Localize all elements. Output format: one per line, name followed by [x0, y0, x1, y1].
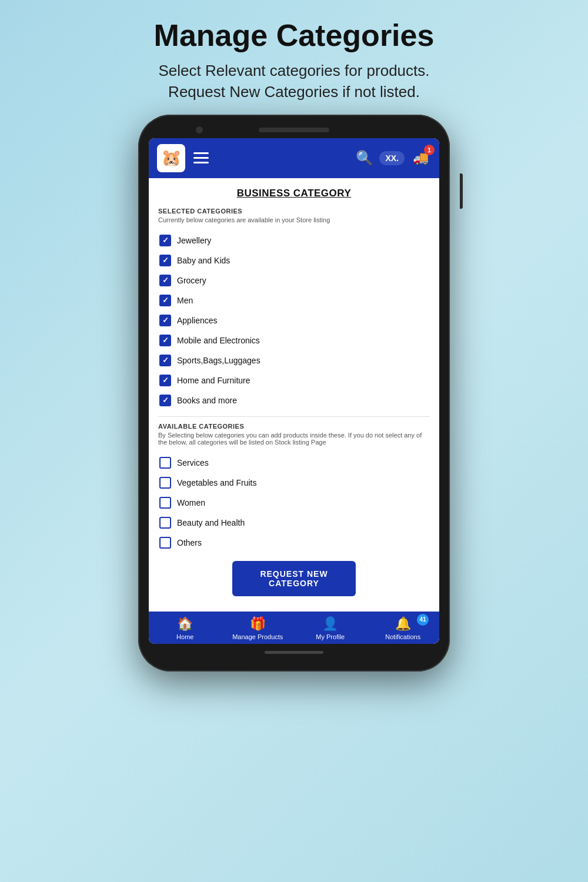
phone-side-button [460, 173, 463, 209]
category-label: Men [177, 296, 193, 305]
hamster-icon: 🐹 [161, 148, 182, 168]
home-icon: 🏠 [177, 616, 193, 632]
phone-screen: 🐹 🔍 XX. 🚚 1 BUSINESS CATEGORY SELECTED C… [149, 138, 439, 644]
checkbox-baby-kids[interactable] [159, 255, 171, 266]
phone-device: 🐹 🔍 XX. 🚚 1 BUSINESS CATEGORY SELECTED C… [138, 115, 450, 671]
checkbox-beauty-health[interactable] [159, 517, 171, 529]
page-subtitle: Select Relevant categories for products.… [154, 60, 435, 103]
category-label: Women [177, 498, 205, 507]
cart-badge: 1 [424, 145, 435, 155]
business-category-title: BUSINESS CATEGORY [158, 188, 430, 199]
nav-item-my-profile[interactable]: 👤 My Profile [294, 612, 367, 644]
checkbox-appliences[interactable] [159, 315, 171, 326]
notifications-icon: 🔔 [395, 616, 411, 632]
available-categories-label: AVAILABLE CATEGORIES [158, 423, 430, 430]
checkbox-books[interactable] [159, 395, 171, 406]
checkbox-services[interactable] [159, 457, 171, 469]
app-logo: 🐹 [157, 144, 185, 172]
category-label: Sports,Bags,Luggages [177, 356, 260, 365]
nav-label-notifications: Notifications [385, 633, 420, 640]
list-item[interactable]: Services [158, 453, 430, 473]
category-label: Jewellery [177, 236, 211, 245]
nav-label-home: Home [176, 633, 193, 640]
category-label: Appliences [177, 316, 218, 325]
list-item[interactable]: Sports,Bags,Luggages [158, 350, 430, 370]
list-item[interactable]: Beauty and Health [158, 513, 430, 533]
list-item[interactable]: Books and more [158, 390, 430, 410]
app-header: 🐹 🔍 XX. 🚚 1 [149, 138, 439, 178]
nav-item-home[interactable]: 🏠 Home [149, 612, 222, 644]
checkbox-others[interactable] [159, 537, 171, 549]
list-item[interactable]: Grocery [158, 270, 430, 290]
profile-icon: 👤 [322, 616, 338, 632]
phone-bottom-bar [149, 651, 439, 654]
category-label: Grocery [177, 276, 206, 285]
notifications-badge: 41 [417, 614, 429, 626]
selected-categories-desc: Currently below categories are available… [158, 216, 430, 223]
category-label: Beauty and Health [177, 518, 245, 527]
list-item[interactable]: Women [158, 493, 430, 513]
category-label: Mobile and Electronics [177, 336, 260, 345]
list-item[interactable]: Baby and Kids [158, 250, 430, 270]
phone-top-bar [149, 128, 439, 132]
checkbox-women[interactable] [159, 497, 171, 509]
list-item[interactable]: Home and Furniture [158, 370, 430, 390]
list-item[interactable]: Others [158, 533, 430, 553]
checkbox-mobile-electronics[interactable] [159, 335, 171, 346]
checkbox-men[interactable] [159, 295, 171, 306]
page-title: Manage Categories [154, 18, 435, 53]
checkbox-vegetables-fruits[interactable] [159, 477, 171, 489]
manage-products-icon: 🎁 [250, 616, 266, 632]
list-item[interactable]: Vegetables and Fruits [158, 473, 430, 493]
checkbox-jewellery[interactable] [159, 235, 171, 246]
category-label: Home and Furniture [177, 376, 250, 385]
selected-categories-label: SELECTED CATEGORIES [158, 208, 430, 215]
category-label: Services [177, 458, 209, 467]
available-categories-list: Services Vegetables and Fruits Women Bea… [158, 453, 430, 553]
checkbox-home-furniture[interactable] [159, 375, 171, 386]
list-item[interactable]: Men [158, 290, 430, 310]
checkbox-sports-bags[interactable] [159, 355, 171, 366]
request-new-category-button[interactable]: REQUEST NEW CATEGORY [232, 561, 356, 596]
divider [158, 416, 430, 417]
hamburger-menu-icon[interactable] [193, 152, 209, 163]
bottom-nav: 🏠 Home 🎁 Manage Products 👤 My Profile 🔔 … [149, 612, 439, 644]
screen-content: BUSINESS CATEGORY SELECTED CATEGORIES Cu… [149, 178, 439, 612]
list-item[interactable]: Mobile and Electronics [158, 330, 430, 350]
category-label: Books and more [177, 396, 237, 405]
nav-label-manage-products: Manage Products [232, 633, 283, 640]
available-categories-desc: By Selecting below categories you can ad… [158, 432, 430, 446]
category-label: Vegetables and Fruits [177, 478, 256, 487]
user-badge[interactable]: XX. [379, 151, 405, 165]
list-item[interactable]: Jewellery [158, 230, 430, 250]
phone-speaker [259, 128, 329, 132]
category-label: Others [177, 538, 202, 547]
selected-categories-list: Jewellery Baby and Kids Grocery Men Appl… [158, 230, 430, 410]
checkbox-grocery[interactable] [159, 275, 171, 286]
category-label: Baby and Kids [177, 256, 230, 265]
search-icon[interactable]: 🔍 [356, 150, 373, 166]
nav-item-notifications[interactable]: 🔔 41 Notifications [367, 612, 440, 644]
phone-camera [196, 126, 203, 133]
cart-icon[interactable]: 🚚 1 [410, 148, 431, 168]
nav-item-manage-products[interactable]: 🎁 Manage Products [222, 612, 295, 644]
home-indicator [265, 651, 323, 654]
nav-label-my-profile: My Profile [316, 633, 345, 640]
page-header: Manage Categories Select Relevant catego… [131, 0, 458, 115]
list-item[interactable]: Appliences [158, 310, 430, 330]
